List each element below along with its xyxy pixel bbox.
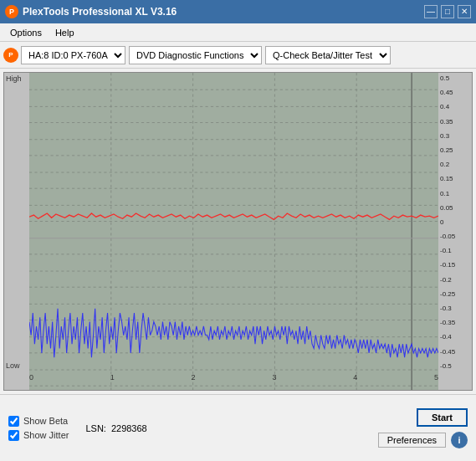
x-axis: 0 1 2 3 4 5: [29, 371, 438, 390]
prefs-row: Preferences i: [378, 432, 468, 448]
function-dropdown[interactable]: DVD Diagnostic Functions: [129, 46, 262, 64]
title-bar-left: P PlexTools Professional XL V3.16: [5, 5, 177, 18]
app-title: PlexTools Professional XL V3.16: [23, 6, 177, 18]
title-bar-controls: — □ ✕: [424, 5, 471, 18]
checkboxes: Show Beta Show Jitter: [8, 416, 69, 441]
chart-svg: [29, 73, 438, 391]
right-controls: Start Preferences i: [378, 408, 468, 448]
show-beta-checkbox[interactable]: [8, 416, 19, 427]
y-axis-high-label: High: [6, 74, 22, 83]
toolbar: P HA:8 ID:0 PX-760A DVD Diagnostic Funct…: [0, 42, 476, 69]
drive-selector: P HA:8 ID:0 PX-760A: [3, 46, 125, 64]
chart-container: High Low: [3, 72, 473, 391]
menu-options[interactable]: Options: [3, 26, 49, 39]
drive-dropdown[interactable]: HA:8 ID:0 PX-760A: [21, 46, 125, 64]
bottom-controls: Show Beta Show Jitter LSN: 2298368 Start…: [0, 394, 476, 461]
show-jitter-checkbox[interactable]: [8, 430, 19, 441]
chart-inner: [29, 73, 438, 371]
start-button[interactable]: Start: [417, 408, 468, 427]
info-button[interactable]: i: [451, 432, 468, 448]
show-jitter-row: Show Jitter: [8, 430, 69, 441]
maximize-button[interactable]: □: [441, 5, 454, 18]
close-button[interactable]: ✕: [458, 5, 471, 18]
minimize-button[interactable]: —: [424, 5, 438, 18]
app-icon: P: [5, 5, 18, 18]
preferences-button[interactable]: Preferences: [378, 433, 446, 448]
lsn-area: LSN: 2298368: [85, 423, 146, 433]
test-dropdown[interactable]: Q-Check Beta/Jitter Test: [265, 46, 391, 64]
y-axis-low-label: Low: [6, 361, 20, 370]
main-area: High Low: [0, 69, 476, 461]
menu-bar: Options Help: [0, 23, 476, 42]
lsn-label: LSN:: [85, 423, 105, 433]
show-beta-row: Show Beta: [8, 416, 69, 427]
menu-help[interactable]: Help: [49, 26, 81, 39]
y-axis-right: 0.5 0.45 0.4 0.35 0.3 0.25 0.2 0.15 0.1 …: [438, 73, 472, 371]
drive-icon: P: [3, 48, 18, 63]
lsn-value: 2298368: [111, 423, 147, 433]
title-bar: P PlexTools Professional XL V3.16 — □ ✕: [0, 0, 476, 23]
show-jitter-label: Show Jitter: [23, 430, 69, 440]
show-beta-label: Show Beta: [23, 416, 68, 426]
